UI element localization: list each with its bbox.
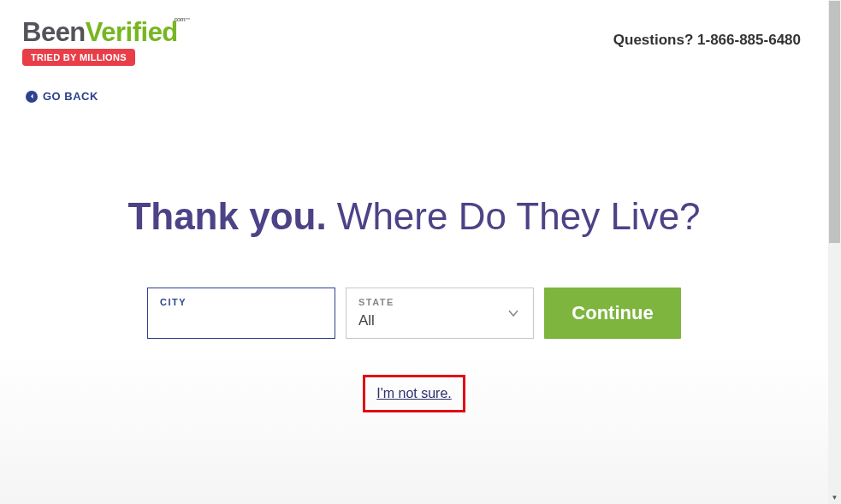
heading-bold: Thank you. (127, 195, 326, 237)
location-form: CITY STATE All Continue (0, 288, 828, 339)
scrollbar-thumb[interactable] (829, 1, 840, 243)
scroll-down-icon[interactable]: ▼ (828, 491, 841, 504)
scrollbar[interactable]: ▲ ▼ (828, 0, 841, 504)
city-label: CITY (160, 297, 187, 307)
logo[interactable]: BeenVerified .com™ TRIED BY MILLIONS (22, 19, 178, 66)
not-sure-link[interactable]: I'm not sure. (376, 386, 452, 401)
logo-badge: TRIED BY MILLIONS (22, 49, 135, 66)
state-select[interactable]: STATE All (346, 288, 534, 339)
go-back-label: GO BACK (43, 90, 98, 103)
logo-text: BeenVerified .com™ (22, 19, 178, 45)
page-heading: Thank you. Where Do They Live? (0, 193, 828, 240)
logo-suffix: .com™ (173, 16, 190, 23)
heading-rest: Where Do They Live? (327, 195, 701, 237)
logo-part2: Verified (86, 17, 178, 47)
logo-part1: Been (22, 17, 86, 47)
chevron-left-icon (26, 91, 38, 103)
go-back-link[interactable]: GO BACK (26, 90, 98, 103)
state-value: All (358, 312, 375, 329)
city-input[interactable] (160, 314, 323, 331)
city-field-wrap[interactable]: CITY (147, 288, 335, 339)
chevron-down-icon (507, 307, 519, 319)
continue-button[interactable]: Continue (544, 288, 681, 339)
not-sure-highlight: I'm not sure. (363, 375, 465, 412)
state-label: STATE (358, 297, 394, 307)
questions-phone: Questions? 1-866-885-6480 (613, 32, 801, 49)
